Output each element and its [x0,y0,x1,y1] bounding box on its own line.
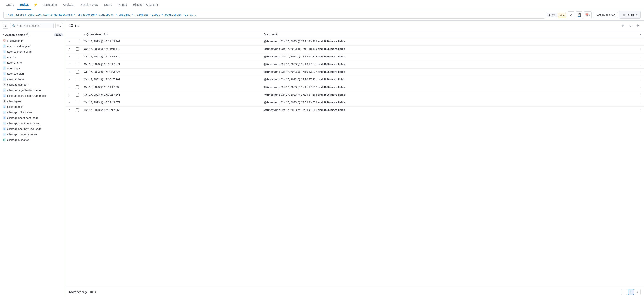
list-item[interactable]: t client.domain [0,104,66,110]
filter-button[interactable]: ≡ 0 [55,23,63,28]
field-type-badge: t [2,72,6,75]
list-item[interactable]: t agent.build.original [0,43,66,49]
refresh-button[interactable]: ↻ Refresh [619,11,640,19]
settings-view-button[interactable]: ⚙ [635,23,640,29]
row-expand-button[interactable]: ↗ [68,101,70,104]
warning-badge: ⚠ ⚠ 1 1 [558,12,566,17]
table-row: ↗ Oct 17, 2023 @ 17:12:18.324 @timestamp… [66,53,644,61]
row-expand-button[interactable]: ↗ [68,48,70,50]
field-name: agent.version [7,72,24,75]
list-item[interactable]: t client.geo.continent_name [0,120,66,126]
row-checkbox[interactable] [76,86,79,89]
collapse-icon[interactable]: ▾ [2,34,4,36]
tab-analyzer[interactable]: Analyzer [60,0,77,10]
row-checkbox[interactable] [76,55,79,58]
row-checkbox[interactable] [76,101,79,104]
list-item[interactable]: t agent.version [0,71,66,76]
query-input[interactable]: from .alerts-security.alerts-default,apm… [4,11,545,19]
tab-elastic-ai[interactable]: Elastic AI Assistant [130,0,160,10]
row-expand-cell: ↗ [66,107,73,114]
list-item[interactable]: # client.as.number [0,82,66,88]
row-expand-button[interactable]: ↗ [68,108,70,112]
help-icon[interactable]: ? [26,33,29,36]
next-page-button[interactable]: › [635,289,640,295]
save-query-button[interactable]: 💾 [576,12,582,18]
row-expand-button[interactable]: ↗ [68,55,70,58]
line-count-badge: 1 line [547,12,557,17]
field-name: client.as.organization.name.text [7,94,46,97]
field-type-badge: ◎ [2,138,6,142]
row-checkbox[interactable] [76,93,79,96]
list-item[interactable]: # client.bytes [0,98,66,104]
tab-notes[interactable]: Notes [102,0,114,10]
doc-more-fields: and 1826 more fields [318,62,345,66]
doc-more-fields: and 1826 more fields [318,47,345,50]
row-checkbox[interactable] [76,108,79,112]
prev-page-button[interactable]: ‹ [621,289,627,295]
list-item[interactable]: t client.geo.continent_code [0,115,66,120]
row-expand-button[interactable]: ↗ [68,63,70,66]
page-1-button[interactable]: 1 [628,289,634,295]
row-select-cell [73,53,82,61]
tab-correlation[interactable]: Correlation [40,0,60,10]
row-expand-cell: ↗ [66,61,73,68]
row-checkbox[interactable] [76,47,79,51]
calendar-button[interactable]: 📅 ▾ [584,12,592,18]
row-chevron-icon: › [640,78,641,81]
hits-count: 10 hits [69,24,79,28]
list-item[interactable]: t client.as.organization.name [0,88,66,93]
row-checkbox[interactable] [76,78,79,81]
settings-icon: ⚙ [636,24,639,28]
columns-view-button[interactable]: ⊞ [620,23,626,29]
field-name: agent.id [7,56,17,59]
th-timestamp[interactable]: ↓ @timestamp ⏱ ▾ [82,31,261,38]
tab-query[interactable]: Query [4,0,16,10]
row-checkbox[interactable] [76,62,79,66]
tab-pinned[interactable]: Pinned [116,0,130,10]
tab-session-view[interactable]: Session View [78,0,101,10]
table-row: ↗ Oct 17, 2023 @ 17:11:48.179 @timestamp… [66,46,644,53]
search-icon: 🔍 [12,24,16,27]
row-expand-button[interactable]: ↗ [68,40,70,43]
field-type-badge: t [2,122,6,125]
toggle-sidebar-button[interactable]: ⊟ [2,23,8,29]
filter-view-icon: ≎ [629,24,632,28]
warning-icon: ⚠ [560,13,562,16]
list-item[interactable]: t agent.id [0,54,66,60]
list-item[interactable]: t agent.ephemeral_id [0,49,66,54]
row-select-cell [73,107,82,114]
row-expand-cell: ↗ [66,92,73,99]
row-expand-button[interactable]: ↗ [68,86,70,89]
row-expand-button[interactable]: ↗ [68,70,70,74]
doc-field-label: @timestamp Oct 17, 2023 @ 17:11:48.179 [264,47,318,50]
row-expand-button[interactable]: ↗ [68,93,70,96]
list-item[interactable]: t client.geo.country_iso_code [0,126,66,132]
list-item[interactable]: ◎ client.geo.location [0,137,66,142]
list-item[interactable]: t client.geo.country_name [0,132,66,137]
field-type-badge: t [2,110,6,114]
data-table: ↓ @timestamp ⏱ ▾ Document ▾ [66,31,644,286]
field-search-box[interactable]: 🔍 [10,23,54,28]
expand-query-button[interactable]: ⤢ [568,12,574,18]
list-item[interactable]: t agent.name [0,60,66,65]
list-item[interactable]: ⏰ @timestamp [0,38,66,43]
field-type-badge: t [2,66,6,70]
filter-view-button[interactable]: ≎ [628,23,634,29]
list-item[interactable]: t client.as.organization.name.text [0,93,66,98]
field-type-badge: t [2,132,6,136]
tab-alert-icon[interactable]: ⚡ [32,0,39,10]
rows-per-page-select[interactable]: 100 ▾ [90,290,96,294]
content-toolbar: 10 hits ⊞ ≎ ⚙ [66,20,644,31]
list-item[interactable]: t client.geo.city_name [0,110,66,115]
search-input[interactable] [17,24,52,27]
list-item[interactable]: t agent.type [0,65,66,71]
row-expand-button[interactable]: ↗ [68,78,70,81]
row-checkbox[interactable] [76,70,79,74]
field-name: agent.build.original [7,44,30,48]
time-range-button[interactable]: Last 15 minutes [593,12,618,18]
list-item[interactable]: t client.address [0,76,66,82]
field-type-badge: ⏰ [2,39,6,42]
available-fields-label: Available fields [5,33,25,36]
tab-esql[interactable]: ES|QL [18,0,32,10]
row-checkbox[interactable] [76,40,79,43]
